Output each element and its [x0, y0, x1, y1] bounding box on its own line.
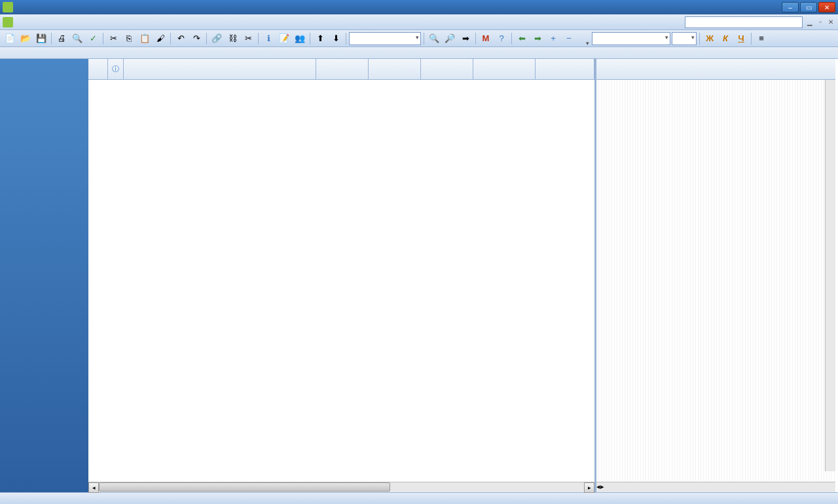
gantt-v-scrollbar[interactable] [825, 80, 835, 471]
redo-button[interactable]: ↷ [189, 31, 204, 46]
import-button[interactable]: ⬇ [329, 31, 343, 46]
menubar: ▁ ▫ ✕ [0, 14, 838, 30]
table-h-scrollbar[interactable]: ◂ ▸ [88, 482, 594, 492]
task-info-button[interactable]: ℹ [261, 31, 276, 46]
header-end[interactable] [421, 59, 473, 79]
app-menu-icon[interactable] [3, 17, 13, 27]
task-table: ⓘ ◂ ▸ [88, 59, 596, 492]
scroll-right-button[interactable]: ▸ [584, 482, 594, 493]
font-name-combo[interactable] [592, 32, 670, 45]
view-bar [0, 59, 88, 492]
gantt-chart: ◂ ▸ [596, 59, 835, 492]
gantt-h-scrollbar[interactable]: ◂ ▸ [596, 482, 835, 492]
help-question-input[interactable] [685, 16, 803, 28]
show-outline-button[interactable] [577, 37, 591, 40]
goto-task-button[interactable]: ➡ [458, 31, 473, 46]
doc-restore-button[interactable]: ▫ [816, 18, 825, 27]
gantt-scroll-right-button[interactable]: ▸ [600, 482, 604, 492]
task-notes-button[interactable]: 📝 [277, 31, 291, 46]
publish-button[interactable]: ⬆ [313, 31, 327, 46]
new-button[interactable]: 📄 [3, 31, 17, 46]
maximize-button[interactable]: ▭ [800, 2, 817, 12]
split-task-button[interactable]: ✂ [241, 31, 255, 46]
hide-subtasks-button[interactable]: − [562, 31, 576, 46]
link-tasks-button[interactable]: 🔗 [210, 31, 224, 46]
table-body[interactable] [88, 80, 594, 482]
save-button[interactable]: 💾 [34, 31, 48, 46]
align-left-button[interactable]: ≡ [754, 31, 769, 46]
header-rownum[interactable] [88, 59, 108, 79]
font-size-combo[interactable] [672, 32, 697, 45]
print-button[interactable]: 🖨 [54, 31, 69, 46]
bold-button[interactable]: Ж [702, 31, 717, 46]
doc-close-button[interactable]: ✕ [826, 18, 835, 27]
underline-button[interactable]: Ч [734, 31, 748, 46]
grouping-combo[interactable] [349, 32, 421, 45]
copy-picture-button[interactable]: M [479, 31, 493, 46]
minimize-button[interactable]: – [782, 2, 799, 12]
show-subtasks-button[interactable]: + [546, 31, 560, 46]
close-button[interactable]: ✕ [818, 2, 835, 12]
open-button[interactable]: 📂 [18, 31, 33, 46]
table-header: ⓘ [88, 59, 594, 80]
italic-button[interactable]: К [718, 31, 733, 46]
cut-button[interactable]: ✂ [106, 31, 120, 46]
gantt-timescale[interactable] [596, 59, 835, 80]
header-responsible[interactable] [473, 59, 536, 79]
outdent-button[interactable]: ⬅ [515, 31, 529, 46]
statusbar [0, 492, 838, 504]
scroll-left-button[interactable]: ◂ [88, 482, 99, 493]
help-button[interactable]: ? [494, 31, 509, 46]
indent-button[interactable]: ➡ [530, 31, 545, 46]
header-info[interactable]: ⓘ [108, 59, 124, 79]
header-department[interactable] [536, 59, 594, 79]
zoom-in-button[interactable]: 🔍 [427, 31, 441, 46]
assign-resources-button[interactable]: 👥 [293, 31, 307, 46]
format-painter-button[interactable]: 🖌 [153, 31, 168, 46]
zoom-out-button[interactable]: 🔎 [443, 31, 457, 46]
header-start[interactable] [369, 59, 421, 79]
header-name[interactable] [124, 59, 316, 79]
unlink-tasks-button[interactable]: ⛓ [225, 31, 240, 46]
spellcheck-button[interactable]: ✓ [86, 31, 100, 46]
titlebar: – ▭ ✕ [0, 0, 838, 14]
gantt-body[interactable] [596, 80, 835, 482]
document-name-bar [0, 47, 838, 59]
print-preview-button[interactable]: 🔍 [70, 31, 84, 46]
header-duration[interactable] [316, 59, 369, 79]
paste-button[interactable]: 📋 [137, 31, 152, 46]
undo-button[interactable]: ↶ [173, 31, 188, 46]
app-icon [3, 2, 13, 12]
copy-button[interactable]: ⎘ [122, 31, 136, 46]
restore-window-button[interactable]: ▁ [805, 18, 814, 27]
standard-toolbar: 📄 📂 💾 🖨 🔍 ✓ ✂ ⎘ 📋 🖌 ↶ ↷ 🔗 ⛓ ✂ ℹ 📝 👥 ⬆ ⬇ … [0, 30, 838, 47]
